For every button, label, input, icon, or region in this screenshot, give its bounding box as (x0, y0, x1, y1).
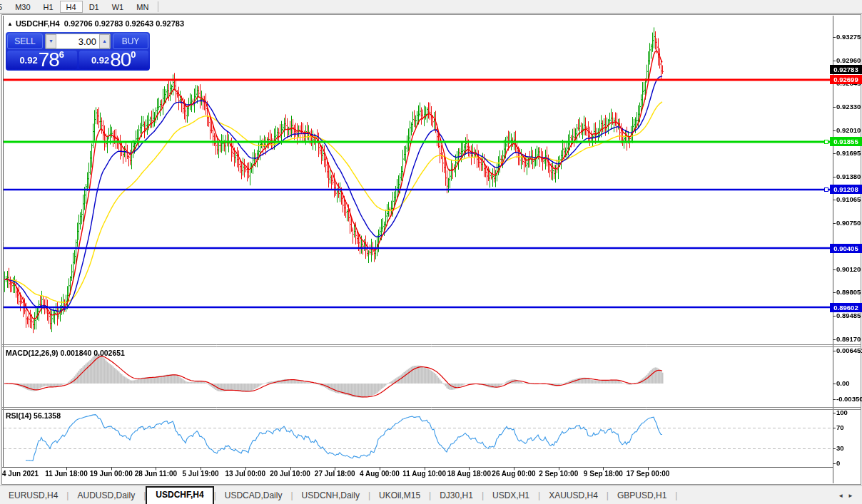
price-line-label: 0.89602 (830, 303, 862, 312)
buy-price-big: 80 (110, 51, 131, 68)
bid-price-label: 0.92783 (830, 65, 862, 74)
symbol-tab-dj30-h1[interactable]: DJ30,H1 (431, 488, 482, 504)
rsi-indicator-label: RSI(14) 56.1358 (6, 411, 61, 420)
chart-ohlc-values: 0.92706 0.92783 0.92643 0.92783 (64, 19, 184, 28)
price-axis-tick: 0.92330 (836, 103, 861, 110)
symbol-tab-usdx-h1[interactable]: USDX,H1 (484, 488, 538, 504)
price-axis-tick: 0.89805 (836, 288, 861, 296)
buy-price-prefix: 0.92 (91, 53, 109, 68)
rsi-axis-tick: 70 (836, 423, 844, 431)
time-axis-label: 20 Jul 10:00 (270, 470, 310, 478)
price-axis-tick: 0.91065 (836, 195, 861, 203)
time-axis-label: 19 Jun 00:00 (90, 470, 133, 478)
time-axis-label: 9 Sep 18:00 (584, 470, 623, 478)
time-axis-label: 4 Aug 00:00 (360, 470, 400, 478)
chart-title: ▲USDCHF,H4 0.92706 0.92783 0.92643 0.927… (7, 19, 184, 28)
sell-price-sup: 6 (59, 51, 64, 58)
buy-price-sup: 0 (131, 51, 136, 58)
sell-price-big: 78 (39, 51, 59, 68)
price-axis-tick: 0.90750 (836, 219, 861, 227)
time-axis-label: 2 Sep 10:00 (539, 470, 578, 478)
buy-price-button[interactable]: 0.92 80 0 (79, 51, 149, 69)
macd-axis-tick: 0.00 (836, 379, 850, 387)
symbol-tab-ukoil-m15[interactable]: UKOil,M15 (370, 488, 429, 504)
sell-price-prefix: 0.92 (19, 53, 37, 68)
price-axis-tick: 0.89170 (836, 335, 861, 343)
volume-decrease-button[interactable]: ▼ (46, 34, 56, 48)
macd-indicator-label: MACD(12,26,9) 0.001840 0.002651 (6, 349, 125, 357)
chart-symbol-label: USDCHF,H4 (16, 19, 60, 28)
price-axis-tick: 0.89485 (836, 312, 861, 319)
sell-button[interactable]: SELL (7, 34, 43, 49)
time-axis-label: 5 Jul 19:00 (183, 470, 219, 478)
price-axis-tick: 0.90120 (836, 265, 861, 273)
symbol-tab-audusd-daily[interactable]: AUDUSD,Daily (69, 488, 143, 504)
price-axis-tick: 0.92960 (836, 56, 861, 64)
symbol-tab-eurusd-h4[interactable]: EURUSD,H4 (0, 488, 66, 504)
price-line-label: 0.91208 (830, 185, 862, 194)
price-axis-tick: 0.93275 (836, 33, 861, 41)
time-axis-label: 11 Jun 18:00 (45, 470, 87, 478)
volume-increase-button[interactable]: ▲ (99, 34, 110, 48)
price-axis-tick: 0.92010 (836, 126, 861, 134)
macd-axis-tick: -0.003507 (836, 395, 862, 403)
macd-axis-tick: 0.006451 (836, 346, 862, 354)
one-click-trading-panel: SELL ▼ ▲ BUY 0.92 78 6 0.92 80 0 (6, 32, 150, 71)
price-line-label: 0.91855 (830, 137, 862, 146)
mt4-application-window: 5M30H1H4D1W1MN ▲USDCHF,H4 0.92706 0.9278… (0, 0, 862, 504)
price-line-label: 0.92699 (830, 75, 862, 84)
rsi-axis-tick: 30 (836, 444, 844, 452)
price-axis-tick: 0.91380 (836, 173, 861, 180)
time-axis-label: 26 Aug 00:00 (492, 470, 535, 478)
time-axis-label: 28 Jun 11:00 (135, 470, 177, 478)
rsi-axis-tick: 100 (836, 408, 848, 416)
symbol-tab-gbpusd-h1[interactable]: GBPUSD,H1 (609, 488, 675, 504)
volume-input[interactable] (56, 34, 99, 48)
tab-separator: | (675, 490, 677, 504)
volume-stepper: ▼ ▲ (45, 34, 111, 49)
time-axis-label: 17 Sep 00:00 (627, 470, 670, 478)
time-axis-label: 4 Jun 2021 (2, 470, 39, 478)
chart-canvas[interactable] (0, 0, 862, 504)
time-axis-label: 18 Aug 18:00 (447, 470, 491, 478)
symbol-tab-usdcnh-daily[interactable]: USDCNH,Daily (293, 488, 368, 504)
rsi-axis-tick: 0 (836, 459, 840, 467)
time-axis-label: 27 Jul 18:00 (315, 470, 355, 478)
symbol-tab-usdcad-daily[interactable]: USDCAD,Daily (216, 488, 291, 504)
tab-scroll-arrows[interactable]: ◄► (838, 493, 858, 499)
sell-price-button[interactable]: 0.92 78 6 (7, 51, 77, 69)
time-axis-label: 11 Aug 10:00 (402, 470, 446, 478)
ohlc-marker-icon: ▲ (7, 21, 13, 27)
symbol-tab-bar: EURUSD,H4|AUDUSD,Daily|USDCHF,H4|USDCAD,… (0, 485, 862, 504)
symbol-tab-usdchf-h4[interactable]: USDCHF,H4 (146, 486, 213, 504)
price-line-label: 0.90405 (830, 244, 862, 253)
price-axis-tick: 0.91695 (836, 149, 861, 157)
time-axis-label: 13 Jul 00:00 (225, 470, 265, 478)
buy-button[interactable]: BUY (113, 34, 148, 49)
symbol-tab-xauusd-h4[interactable]: XAUUSD,H4 (540, 488, 607, 504)
